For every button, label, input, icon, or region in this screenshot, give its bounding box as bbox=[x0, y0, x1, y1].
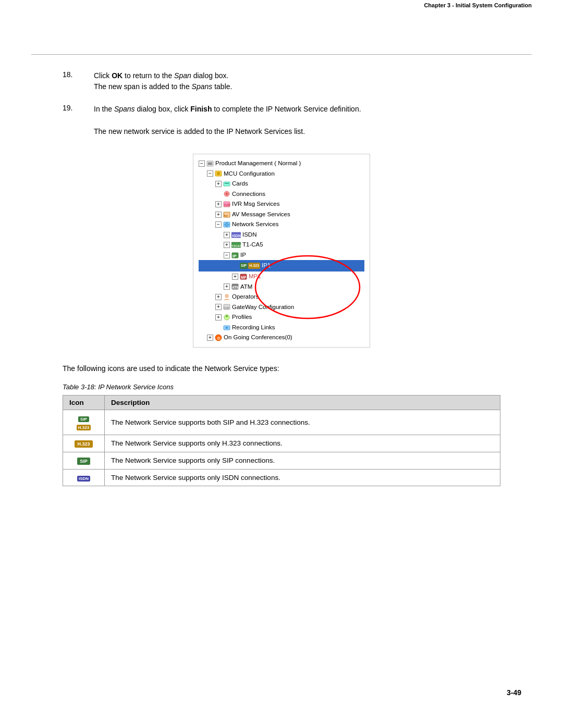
isdn-only-badge-row4: ISDN bbox=[77, 476, 90, 482]
expand-icon-profiles[interactable]: + bbox=[215, 314, 222, 320]
collapse-icon-ip[interactable]: − bbox=[224, 252, 230, 258]
tree-label-isdn: ISDN bbox=[242, 230, 256, 240]
sip-only-badge-row3: SIP bbox=[77, 458, 90, 465]
expand-icon-cards[interactable]: + bbox=[215, 181, 222, 187]
svg-point-28 bbox=[225, 294, 228, 298]
expand-icon-atm[interactable]: + bbox=[224, 283, 230, 290]
tree-label-conferences: On Going Conferences(0) bbox=[224, 332, 292, 343]
step-18-number: 18. bbox=[63, 70, 94, 79]
expand-icon-conferences[interactable]: + bbox=[207, 335, 213, 341]
table-cell-desc-sip-only: The Network Service supports only SIP co… bbox=[105, 452, 500, 469]
svg-text:GW: GW bbox=[224, 306, 229, 310]
expand-icon-av[interactable]: + bbox=[215, 212, 222, 218]
table-header-icon: Icon bbox=[63, 395, 105, 410]
table-row-sip-h323: SIP H.323 The Network Service supports b… bbox=[63, 410, 500, 435]
table-cell-icon-h323-only: H.323 bbox=[63, 435, 105, 452]
collapse-icon-mcu[interactable]: − bbox=[207, 170, 213, 177]
tree-item-t1ca5: + T1CA5 T1-CA5 bbox=[199, 240, 364, 250]
gateway-icon: GW bbox=[223, 303, 230, 311]
tree-label-mp1: MP1 bbox=[249, 272, 261, 282]
content-area: 18. Click OK to return to the Span dialo… bbox=[0, 55, 563, 517]
ivr-icon: IVR bbox=[223, 201, 230, 208]
mp1-icon: MP bbox=[240, 273, 247, 280]
expand-icon-gateway[interactable]: + bbox=[215, 304, 222, 310]
service-table: Icon Description SIP H.323 bbox=[63, 395, 500, 486]
expand-icon-mp1[interactable]: + bbox=[232, 274, 238, 280]
tree-item-atm: + ATM ATM bbox=[199, 282, 364, 292]
svg-text:AV: AV bbox=[224, 214, 228, 217]
svg-rect-2 bbox=[208, 164, 212, 165]
tree-item-mcu: − MCU Configuration bbox=[199, 169, 364, 179]
tree-label-atm: ATM bbox=[240, 282, 252, 292]
tree-label-product-mgmt: Product Management ( Normal ) bbox=[215, 158, 301, 169]
h323-badge-row1: H.323 bbox=[77, 425, 91, 430]
tree-label-recording: Recording Links bbox=[232, 323, 275, 333]
expand-icon-ivr[interactable]: + bbox=[215, 201, 222, 207]
collapse-icon-product[interactable]: − bbox=[199, 161, 205, 167]
table-row-h323-only: H.323 The Network Service supports only … bbox=[63, 435, 500, 452]
expand-icon-isdn[interactable]: + bbox=[224, 232, 230, 238]
step-19-number: 19. bbox=[63, 104, 94, 112]
ip-icon: IP bbox=[231, 252, 239, 259]
tree-label-t1ca5: T1-CA5 bbox=[242, 240, 263, 250]
h323-badge-ip1: H.323 bbox=[248, 263, 260, 269]
expand-icon-t1ca5[interactable]: + bbox=[224, 242, 230, 248]
step-19: 19. In the Spans dialog box, click Finis… bbox=[63, 104, 500, 118]
tree-item-network-svc: − Network Services bbox=[199, 219, 364, 230]
tree-item-cards: + Cards bbox=[199, 179, 364, 189]
tree-label-ip1: IP1 bbox=[262, 261, 271, 271]
conferences-icon: ⚙ bbox=[215, 334, 222, 341]
network-svc-icon bbox=[223, 221, 230, 228]
tree-label-network-svc: Network Services bbox=[232, 219, 278, 230]
svg-rect-6 bbox=[225, 183, 229, 184]
table-row-sip-only: SIP The Network Service supports only SI… bbox=[63, 452, 500, 469]
step-18-body: Click OK to return to the Span dialog bo… bbox=[94, 70, 500, 95]
svg-text:IP: IP bbox=[232, 254, 237, 258]
svg-point-4 bbox=[217, 172, 220, 175]
tree-label-operators: Operators bbox=[232, 292, 259, 302]
table-caption: Table 3-18: IP Network Service Icons bbox=[63, 383, 500, 391]
recording-icon bbox=[223, 324, 230, 331]
tree-wrapper: − Product Management ( Normal ) − bbox=[63, 145, 500, 356]
tree-item-ivr: + IVR IVR Msg Services bbox=[199, 199, 364, 209]
table-cell-icon-sip-h323: SIP H.323 bbox=[63, 410, 105, 435]
svg-text:IVR: IVR bbox=[224, 203, 230, 207]
table-cell-desc-sip-h323: The Network Service supports both SIP an… bbox=[105, 410, 500, 435]
sip-badge-row1: SIP bbox=[78, 416, 89, 422]
following-text: The following icons are used to indicate… bbox=[63, 364, 500, 373]
tree-item-mp1: + MP MP1 bbox=[199, 272, 364, 282]
operators-icon bbox=[223, 293, 230, 301]
info-text: The new network service is added to the … bbox=[94, 126, 500, 137]
tree-item-profiles: + Profiles bbox=[199, 312, 364, 323]
svg-text:MP: MP bbox=[241, 276, 247, 279]
table-cell-desc-isdn-only: The Network Service supports only ISDN c… bbox=[105, 469, 500, 486]
tree-item-product-mgmt: − Product Management ( Normal ) bbox=[199, 158, 364, 169]
tree-item-recording: Recording Links bbox=[199, 323, 364, 333]
mcu-icon bbox=[215, 170, 222, 177]
tree-label-ip: IP bbox=[240, 250, 246, 261]
tree-item-gateway: + GW GateWay Configuration bbox=[199, 302, 364, 313]
tree-label-profiles: Profiles bbox=[232, 312, 252, 323]
table-row-isdn-only: ISDN The Network Service supports only I… bbox=[63, 469, 500, 486]
tree-label-ivr: IVR Msg Services bbox=[232, 199, 279, 209]
table-cell-icon-isdn-only: ISDN bbox=[63, 469, 105, 486]
sip-badge-ip1: SIP bbox=[240, 263, 248, 269]
atm-icon: ATM bbox=[231, 283, 239, 290]
connections-icon bbox=[223, 190, 230, 198]
profiles-icon bbox=[223, 314, 230, 321]
tree-item-ip: − IP IP bbox=[199, 250, 364, 261]
tree-label-av: AV Message Services bbox=[232, 209, 290, 220]
svg-text:ATM: ATM bbox=[232, 286, 239, 289]
tree-label-cards: Cards bbox=[232, 179, 248, 189]
step-18: 18. Click OK to return to the Span dialo… bbox=[63, 70, 500, 95]
sip-h323-top: SIP bbox=[78, 414, 89, 422]
table-cell-icon-sip-only: SIP bbox=[63, 452, 105, 469]
tree-label-connections: Connections bbox=[232, 189, 265, 200]
tree-item-ip1[interactable]: SIP H.323 IP1 bbox=[199, 260, 364, 272]
svg-point-32 bbox=[226, 315, 228, 317]
expand-icon-operators[interactable]: + bbox=[215, 294, 222, 300]
tree-label-mcu: MCU Configuration bbox=[224, 169, 275, 179]
tree-item-operators: + Operators bbox=[199, 292, 364, 302]
av-icon: AV bbox=[223, 211, 230, 218]
collapse-icon-network-svc[interactable]: − bbox=[215, 221, 222, 228]
